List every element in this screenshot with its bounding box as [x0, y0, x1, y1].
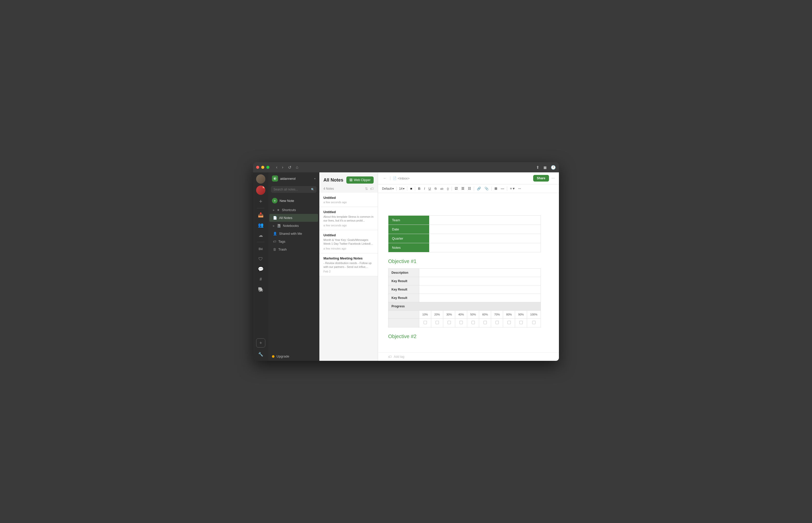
note-item-3[interactable]: Marketing Meeting Notes - Review distrib…: [319, 253, 378, 276]
dock-cloud-icon[interactable]: ☁: [256, 231, 265, 240]
tag-filter-icon[interactable]: 🏷: [370, 187, 374, 191]
note-item-1[interactable]: Untitled About this template Stress is c…: [319, 207, 378, 230]
dock-evernote-icon[interactable]: 🐘: [256, 285, 265, 294]
notebooks-expand-icon: ▶: [273, 224, 275, 227]
objective2-heading: Objective #2: [388, 333, 549, 339]
nav-controls: ‹ › ↺ ⌂: [275, 164, 300, 170]
dock-behance-icon[interactable]: Bé: [256, 244, 265, 253]
okr-value-kr2[interactable]: [419, 285, 540, 294]
table-value-team[interactable]: [429, 216, 541, 225]
code-button[interactable]: {}: [446, 186, 450, 191]
more-toolbar-button[interactable]: ···: [517, 186, 522, 191]
new-note-icon: +: [272, 198, 278, 203]
note-item-0[interactable]: Untitled a few seconds ago: [319, 193, 378, 207]
checkbox-50[interactable]: [467, 319, 479, 327]
sidebar-item-notebooks[interactable]: ▶ 📓 Notebooks: [270, 222, 318, 230]
okr-table: Description Key Result Key Result Key Re…: [388, 268, 541, 327]
color-swatch-button[interactable]: ■: [409, 186, 413, 191]
checkbox-70[interactable]: [491, 319, 503, 327]
okr-value-kr1[interactable]: [419, 277, 540, 285]
attach-button[interactable]: 📎: [483, 186, 490, 191]
font-family-select[interactable]: Default ▾: [381, 186, 395, 191]
layers-icon[interactable]: ◼: [543, 165, 547, 170]
sidebar-item-shortcuts[interactable]: ▶ ★ Shortcuts: [270, 206, 318, 214]
main-content: 98 + 📥 👥 ☁ Bé 🛡 💬 # 🐘 + 🔧: [253, 173, 559, 361]
sidebar-item-all-notes[interactable]: 📄 All Notes: [270, 214, 318, 222]
editor-back-button[interactable]: ←: [382, 175, 388, 181]
table-value-notes[interactable]: [429, 243, 541, 252]
table-row: Notes: [388, 243, 541, 252]
dock-shield-icon[interactable]: 🛡: [256, 254, 265, 264]
numbered-list-button[interactable]: ☷: [467, 186, 472, 191]
dock-hashtag-icon[interactable]: #: [256, 275, 265, 284]
bullet-list-button[interactable]: ☰: [460, 186, 466, 191]
minimize-button[interactable]: [261, 166, 264, 169]
checkbox-100[interactable]: [527, 319, 540, 327]
table-button[interactable]: ⊞: [493, 186, 499, 191]
bold-button[interactable]: B: [417, 186, 421, 191]
sidebar-item-shared[interactable]: 👤 Shared with Me: [270, 230, 318, 238]
highlight-button[interactable]: ab: [439, 186, 445, 191]
upgrade-button[interactable]: Upgrade: [269, 352, 319, 361]
checkbox-40[interactable]: [455, 319, 467, 327]
checkbox-80[interactable]: [503, 319, 515, 327]
checkbox-button[interactable]: ☑: [453, 186, 459, 191]
dock-add-app-button[interactable]: +: [256, 338, 265, 347]
dock-settings-icon[interactable]: 🔧: [256, 349, 265, 359]
checkbox-90[interactable]: [515, 319, 527, 327]
checkbox-60[interactable]: [479, 319, 491, 327]
table-row: Team: [388, 216, 541, 225]
underline-button[interactable]: U: [427, 186, 432, 191]
toolbar-sep-2: [407, 187, 407, 191]
user-avatar-secondary[interactable]: 98: [256, 186, 265, 195]
trash-icon: 🗑: [273, 248, 276, 251]
divider-button[interactable]: —: [500, 186, 505, 191]
search-input[interactable]: [271, 186, 316, 193]
user-avatar-primary[interactable]: [256, 175, 265, 184]
notes-list-panel: All Notes 🖼 Web Clipper 4 Notes ⇅ 🏷 Unti…: [319, 173, 378, 361]
maximize-button[interactable]: [266, 166, 270, 169]
editor-body[interactable]: Team Date Quarter Notes: [378, 193, 559, 353]
align-button[interactable]: ≡ ▾: [509, 186, 516, 191]
forward-button[interactable]: ›: [280, 164, 285, 170]
italic-button[interactable]: I: [423, 186, 426, 191]
dock-discord-icon[interactable]: 💬: [256, 265, 265, 274]
progress-percent-row: 10% 20% 30% 40% 50% 60% 70% 80% 90% 100%: [388, 311, 541, 319]
home-button[interactable]: ⌂: [294, 164, 300, 170]
sidebar-item-tags[interactable]: 🏷 Tags: [270, 238, 318, 246]
table-label-quarter: Quarter: [388, 234, 429, 243]
font-size-select[interactable]: 14 ▾: [398, 186, 405, 191]
back-button[interactable]: ‹: [275, 164, 279, 170]
add-tag-label[interactable]: Add tag: [394, 355, 404, 359]
dock-add-icon[interactable]: +: [256, 197, 265, 206]
sidebar-item-label-tags: Tags: [278, 240, 285, 244]
dock-people-icon[interactable]: 👥: [256, 220, 265, 230]
okr-value-description[interactable]: [419, 269, 540, 277]
editor-title-field[interactable]: [388, 199, 549, 209]
link-button[interactable]: 🔗: [476, 186, 482, 191]
web-clipper-button[interactable]: 🖼 Web Clipper: [346, 177, 374, 184]
share-button[interactable]: Share: [533, 175, 549, 182]
clock-icon[interactable]: 🕐: [551, 165, 556, 170]
checkbox-10[interactable]: [419, 319, 431, 327]
editor-more-button[interactable]: ···: [552, 176, 555, 181]
note-item-2[interactable]: Untitled Month & Year Key: Goals/Message…: [319, 230, 378, 253]
okr-label-kr2: Key Result: [388, 285, 419, 294]
note-title-2: Untitled: [324, 233, 374, 237]
close-button[interactable]: [256, 166, 259, 169]
sidebar-item-trash[interactable]: 🗑 Trash: [270, 246, 318, 253]
editor-topbar: ← | 📄 <Inbox> Share ···: [378, 173, 559, 184]
checkbox-20[interactable]: [431, 319, 443, 327]
okr-value-kr3[interactable]: [419, 294, 540, 302]
sort-icon[interactable]: ⇅: [365, 187, 368, 191]
strikethrough-button[interactable]: S: [433, 186, 438, 191]
new-note-button[interactable]: + New Note: [269, 195, 319, 206]
checkbox-30[interactable]: [443, 319, 455, 327]
web-clipper-icon: 🖼: [349, 178, 352, 182]
table-value-date[interactable]: [429, 225, 541, 234]
table-value-quarter[interactable]: [429, 234, 541, 243]
reload-button[interactable]: ↺: [287, 164, 293, 170]
share-icon[interactable]: ⬆: [536, 165, 539, 170]
sidebar-account-header[interactable]: e aidannerol ▾: [269, 173, 319, 185]
dock-inbox-icon[interactable]: 📥: [256, 210, 265, 219]
